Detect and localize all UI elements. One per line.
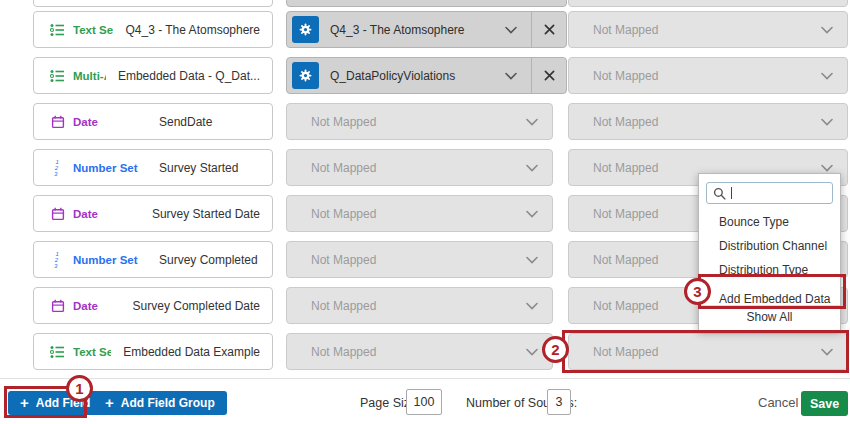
chevron-down-icon	[526, 210, 538, 218]
field-type-label: Multi-Answe…	[73, 70, 106, 82]
field-name: Survey Completed	[159, 253, 258, 267]
not-mapped-label: Not Mapped	[311, 253, 376, 267]
number-set-icon: 1 2 3	[49, 159, 66, 176]
right-mapping-dropdown[interactable]: Not Mapped	[568, 57, 848, 94]
dropdown-search-input[interactable]	[737, 186, 826, 200]
right-mapping-dropdown[interactable]: Not Mapped	[568, 333, 848, 370]
chevron-down-icon	[526, 164, 538, 172]
number-set-icon: 1 2 3	[49, 251, 66, 268]
not-mapped-label: Not Mapped	[311, 345, 376, 359]
remove-mapping-button[interactable]	[532, 12, 566, 47]
chevron-down-icon	[526, 118, 538, 126]
gear-button[interactable]	[292, 62, 319, 89]
not-mapped-label: Not Mapped	[593, 23, 658, 37]
text-set-icon	[49, 23, 66, 37]
not-mapped-label: Not Mapped	[593, 207, 658, 221]
field-card[interactable]: Text Set Embedded Data Example	[33, 333, 273, 370]
middle-mapping-dropdown-mapped[interactable]	[286, 0, 567, 7]
field-name: Survey Completed Date	[133, 299, 260, 313]
middle-mapping-dropdown[interactable]: Not Mapped	[286, 103, 553, 140]
chevron-down-icon	[821, 72, 833, 80]
middle-mapping-dropdown[interactable]: Not Mapped	[286, 241, 553, 278]
field-card[interactable]: Date Survey Started Date	[33, 195, 273, 232]
add-field-group-button[interactable]: + Add Field Group	[93, 391, 227, 415]
field-name: Survey Started Date	[152, 207, 260, 221]
chevron-down-icon	[821, 118, 833, 126]
not-mapped-label: Not Mapped	[593, 253, 658, 267]
chevron-down-icon	[821, 26, 833, 34]
svg-text:3: 3	[54, 263, 58, 268]
middle-mapping-dropdown[interactable]: Not Mapped	[286, 149, 553, 186]
not-mapped-label: Not Mapped	[311, 207, 376, 221]
add-field-button[interactable]: + Add Field	[8, 391, 102, 415]
plus-icon: +	[20, 395, 29, 410]
right-mapping-dropdown[interactable]: Not Mapped	[568, 103, 848, 140]
field-card[interactable]: Multi-Answe… Embedded Data - Q_Dat...	[33, 57, 273, 94]
text-cursor	[731, 187, 732, 199]
dropdown-items: Bounce Type Distribution Channel Distrib…	[699, 210, 840, 312]
dropdown-item-distribution-type[interactable]: Distribution Type	[699, 258, 840, 282]
add-field-group-label: Add Field Group	[121, 396, 215, 410]
field-type-label: Text Set	[73, 346, 111, 358]
not-mapped-label: Not Mapped	[593, 115, 658, 129]
field-mapping-row: Text Set Embedded Data Example Not Mappe…	[0, 333, 850, 370]
field-card[interactable]	[33, 0, 273, 7]
save-button[interactable]: Save	[801, 391, 848, 416]
footer-divider	[0, 378, 850, 379]
field-name: Embedded Data Example	[123, 345, 260, 359]
not-mapped-label: Not Mapped	[593, 161, 658, 175]
field-type-label: Number Set	[73, 254, 147, 266]
text-set-icon	[49, 69, 66, 83]
field-type-label: Date	[73, 300, 121, 312]
mapped-value: Q_DataPolicyViolations	[330, 69, 505, 83]
mapping-dropdown-panel: Bounce Type Distribution Channel Distrib…	[698, 173, 841, 331]
number-of-sources-input[interactable]	[547, 389, 571, 415]
chevron-down-icon	[526, 302, 538, 310]
not-mapped-label: Not Mapped	[311, 161, 376, 175]
field-card[interactable]: Text Set Q4_3 - The Atomsophere	[33, 11, 273, 48]
field-card[interactable]: Date SendDate	[33, 103, 273, 140]
not-mapped-label: Not Mapped	[593, 69, 658, 83]
field-mapper-screen: Text Set Q4_3 - The Atomsophere Q4_3 - T…	[0, 0, 850, 424]
middle-mapping-dropdown[interactable]: Not Mapped	[286, 195, 553, 232]
field-name: SendDate	[159, 115, 212, 129]
right-mapping-dropdown[interactable]	[568, 0, 848, 7]
field-card[interactable]: Date Survey Completed Date	[33, 287, 273, 324]
dropdown-show-all[interactable]: Show All	[699, 305, 840, 330]
field-card[interactable]: 1 2 3 Number Set Survey Started	[33, 149, 273, 186]
calendar-icon	[49, 299, 66, 313]
gear-button[interactable]	[292, 16, 319, 43]
dropdown-item-bounce-type[interactable]: Bounce Type	[699, 210, 840, 234]
middle-mapping-dropdown[interactable]: Not Mapped	[286, 287, 553, 324]
middle-mapping-dropdown[interactable]: Not Mapped	[286, 333, 553, 370]
field-name: Q4_3 - The Atomsophere	[125, 23, 260, 37]
field-card[interactable]: 1 2 3 Number Set Survey Completed	[33, 241, 273, 278]
dropdown-search-box[interactable]	[706, 182, 833, 204]
field-mapping-row: Text Set Q4_3 - The Atomsophere Q4_3 - T…	[0, 11, 850, 48]
middle-mapping-dropdown-mapped[interactable]: Q_DataPolicyViolations	[286, 57, 567, 94]
page-size-input[interactable]	[406, 389, 442, 415]
field-type-label: Date	[73, 116, 147, 128]
calendar-icon	[49, 207, 66, 221]
field-mapping-row: Multi-Answe… Embedded Data - Q_Dat... Q_…	[0, 57, 850, 94]
right-mapping-dropdown[interactable]: Not Mapped	[568, 11, 848, 48]
cancel-button[interactable]: Cancel	[758, 396, 798, 410]
plus-icon: +	[105, 395, 114, 410]
mapped-value: Q4_3 - The Atomsophere	[330, 23, 505, 37]
chevron-down-icon	[505, 26, 517, 34]
not-mapped-label: Not Mapped	[593, 345, 658, 359]
chevron-down-icon	[821, 348, 833, 356]
field-type-label: Number Set	[73, 162, 147, 174]
text-set-icon	[49, 345, 66, 359]
dropdown-item-distribution-channel[interactable]: Distribution Channel	[699, 234, 840, 258]
field-mapping-row: Date SendDate Not Mapped Not Mapped	[0, 103, 850, 140]
field-name: Survey Started	[159, 161, 238, 175]
middle-mapping-dropdown-mapped[interactable]: Q4_3 - The Atomsophere	[286, 11, 567, 48]
partial-row	[0, 0, 850, 7]
not-mapped-label: Not Mapped	[593, 299, 658, 313]
chevron-down-icon	[505, 72, 517, 80]
chevron-down-icon	[526, 348, 538, 356]
remove-mapping-button[interactable]	[532, 58, 566, 93]
svg-text:3: 3	[54, 171, 58, 176]
chevron-down-icon	[821, 164, 833, 172]
